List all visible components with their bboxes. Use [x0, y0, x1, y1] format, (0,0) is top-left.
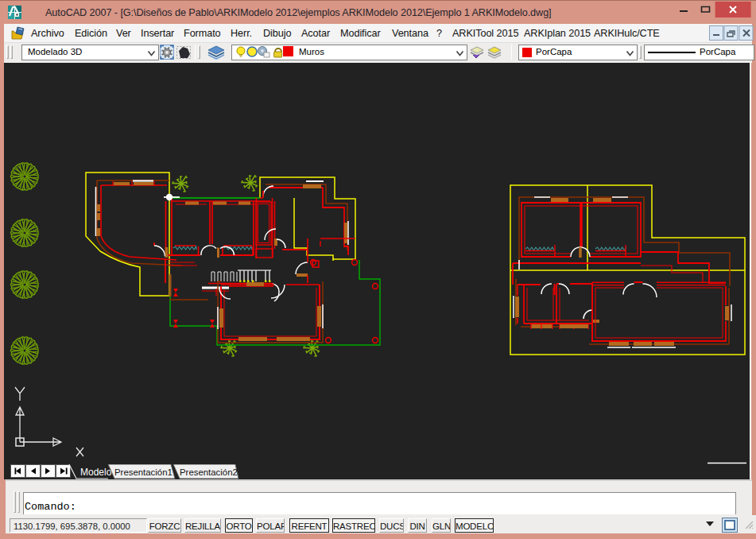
- svg-text:Modelo: Modelo: [80, 467, 112, 478]
- svg-text:Presentación2: Presentación2: [180, 467, 238, 477]
- svg-text:Presentación1: Presentación1: [114, 467, 173, 477]
